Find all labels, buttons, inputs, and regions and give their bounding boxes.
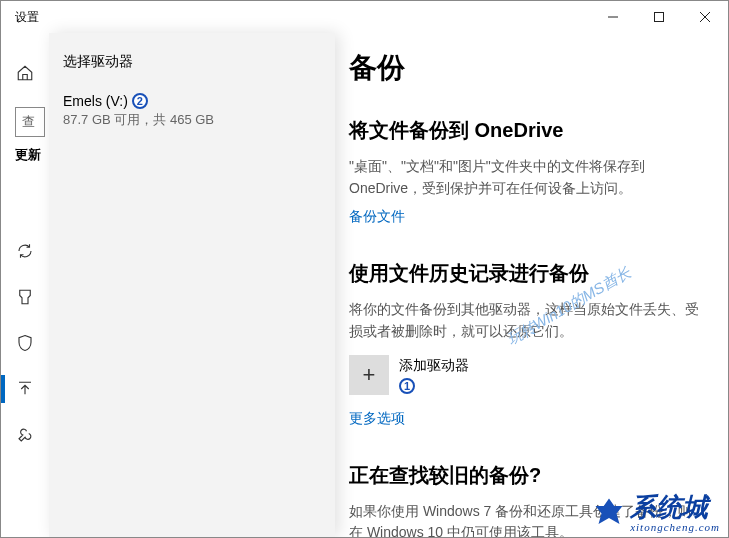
more-options-link[interactable]: 更多选项	[349, 410, 405, 428]
titlebar: 设置	[1, 1, 728, 33]
drive-option[interactable]: Emels (V:) 2 87.7 GB 可用，共 465 GB	[63, 93, 321, 129]
drive-picker-panel: 选择驱动器 Emels (V:) 2 87.7 GB 可用，共 465 GB	[49, 33, 335, 537]
annotation-badge-2: 2	[132, 93, 148, 109]
plus-icon: +	[363, 362, 376, 388]
drive-capacity: 87.7 GB 可用，共 465 GB	[63, 111, 321, 129]
drive-picker-heading: 选择驱动器	[63, 53, 321, 71]
onedrive-heading: 将文件备份到 OneDrive	[349, 117, 704, 144]
onedrive-desc: "桌面"、"文档"和"图片"文件夹中的文件将保存到 OneDrive，受到保护并…	[349, 156, 704, 199]
security-icon[interactable]	[1, 329, 49, 357]
troubleshoot-icon[interactable]	[1, 421, 49, 449]
annotation-badge-1: 1	[399, 378, 415, 394]
file-history-section: 使用文件历史记录进行备份 将你的文件备份到其他驱动器，这样当原始文件丢失、受损或…	[349, 260, 704, 427]
sync-icon[interactable]	[1, 237, 49, 265]
sidebar-section-label: 更新	[1, 146, 49, 164]
backup-icon[interactable]	[1, 375, 49, 403]
maximize-button[interactable]	[636, 1, 682, 33]
older-backup-section: 正在查找较旧的备份? 如果你使用 Windows 7 备份和还原工具创建了备份，…	[349, 462, 704, 537]
file-history-heading: 使用文件历史记录进行备份	[349, 260, 704, 287]
page-title: 备份	[349, 49, 704, 87]
minimize-button[interactable]	[590, 1, 636, 33]
backup-files-link[interactable]: 备份文件	[349, 208, 405, 226]
add-drive-button[interactable]: +	[349, 355, 389, 395]
main-content: 备份 将文件备份到 OneDrive "桌面"、"文档"和"图片"文件夹中的文件…	[335, 33, 728, 537]
window-controls	[590, 1, 728, 33]
add-drive-label-row: 添加驱动器	[399, 356, 469, 376]
selected-nav-indicator	[1, 375, 5, 403]
onedrive-section: 将文件备份到 OneDrive "桌面"、"文档"和"图片"文件夹中的文件将保存…	[349, 117, 704, 226]
older-backup-heading: 正在查找较旧的备份?	[349, 462, 704, 489]
svg-rect-1	[655, 13, 664, 22]
add-drive-row[interactable]: + 添加驱动器 1	[349, 355, 704, 395]
close-button[interactable]	[682, 1, 728, 33]
older-backup-desc: 如果你使用 Windows 7 备份和还原工具创建了备份，则在 Windows …	[349, 501, 704, 537]
home-icon[interactable]	[1, 59, 49, 87]
drive-name: Emels (V:)	[63, 93, 128, 109]
delivery-icon[interactable]	[1, 283, 49, 311]
file-history-desc: 将你的文件备份到其他驱动器，这样当原始文件丢失、受损或者被删除时，就可以还原它们…	[349, 299, 704, 342]
add-drive-label: 添加驱动器	[399, 356, 469, 376]
window-title: 设置	[15, 9, 39, 26]
search-input-stub[interactable]: 查	[15, 107, 45, 137]
drive-name-row: Emels (V:) 2	[63, 93, 321, 109]
